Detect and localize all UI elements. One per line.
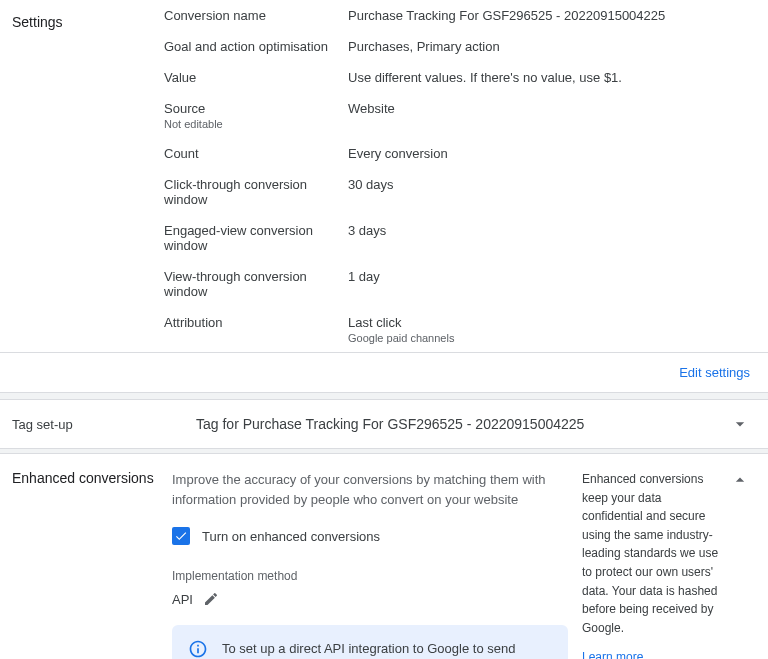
settings-row-subvalue: Google paid channels bbox=[348, 332, 756, 344]
settings-row-value: Every conversion bbox=[348, 146, 756, 161]
settings-row: View-through conversion window1 day bbox=[164, 261, 756, 307]
section-gap bbox=[0, 392, 768, 400]
settings-row: CountEvery conversion bbox=[164, 138, 756, 169]
edit-settings-bar: Edit settings bbox=[0, 353, 768, 392]
info-icon bbox=[188, 639, 208, 659]
settings-row-label: View-through conversion window bbox=[164, 269, 348, 299]
tag-setup-title: Tag for Purchase Tracking For GSF296525 … bbox=[196, 416, 730, 432]
enhanced-side-text: Enhanced conversions keep your data conf… bbox=[582, 470, 750, 637]
implementation-method-label: Implementation method bbox=[172, 569, 568, 583]
implementation-method-value: API bbox=[172, 592, 193, 607]
settings-row: ValueUse different values. If there's no… bbox=[164, 62, 756, 93]
enhanced-description: Improve the accuracy of your conversions… bbox=[172, 470, 568, 509]
settings-rows: Conversion namePurchase Tracking For GSF… bbox=[164, 0, 756, 352]
settings-row-label: Attribution bbox=[164, 315, 348, 344]
settings-row-value: Website bbox=[348, 101, 756, 130]
settings-row-label: Click-through conversion window bbox=[164, 177, 348, 207]
learn-more-link[interactable]: Learn more bbox=[582, 650, 643, 659]
info-box: To set up a direct API integration to Go… bbox=[172, 625, 568, 659]
settings-row-value: 3 days bbox=[348, 223, 756, 253]
settings-row: AttributionLast clickGoogle paid channel… bbox=[164, 307, 756, 352]
settings-row-value: Use different values. If there's no valu… bbox=[348, 70, 756, 85]
enhanced-checkbox-label: Turn on enhanced conversions bbox=[202, 529, 380, 544]
enhanced-checkbox-row: Turn on enhanced conversions bbox=[172, 527, 568, 545]
chevron-up-icon[interactable] bbox=[730, 470, 750, 490]
settings-row-value: 30 days bbox=[348, 177, 756, 207]
settings-row: Click-through conversion window30 days bbox=[164, 169, 756, 215]
settings-row: Goal and action optimisationPurchases, P… bbox=[164, 31, 756, 62]
tag-setup-section[interactable]: Tag set-up Tag for Purchase Tracking For… bbox=[0, 400, 768, 448]
info-text-pre: To set up a direct API integration to Go… bbox=[222, 641, 528, 659]
settings-row-label: Value bbox=[164, 70, 348, 85]
settings-row-label: Conversion name bbox=[164, 8, 348, 23]
settings-row: Conversion namePurchase Tracking For GSF… bbox=[164, 0, 756, 31]
enhanced-conversions-section: Enhanced conversions Improve the accurac… bbox=[0, 454, 768, 659]
chevron-down-icon[interactable] bbox=[730, 414, 750, 434]
settings-row-value: Purchases, Primary action bbox=[348, 39, 756, 54]
enhanced-heading: Enhanced conversions bbox=[12, 470, 172, 659]
settings-heading: Settings bbox=[12, 0, 164, 352]
implementation-method-row: API bbox=[172, 591, 568, 607]
settings-row-sublabel: Not editable bbox=[164, 118, 348, 130]
settings-row-value: 1 day bbox=[348, 269, 756, 299]
settings-row-value: Last clickGoogle paid channels bbox=[348, 315, 756, 344]
checkmark-icon bbox=[174, 529, 188, 543]
info-text: To set up a direct API integration to Go… bbox=[222, 639, 552, 659]
settings-row-value: Purchase Tracking For GSF296525 - 202209… bbox=[348, 8, 756, 23]
settings-section: Settings Conversion namePurchase Trackin… bbox=[0, 0, 768, 352]
tag-setup-heading: Tag set-up bbox=[12, 417, 196, 432]
enhanced-side-panel: Enhanced conversions keep your data conf… bbox=[582, 470, 750, 659]
enhanced-main: Improve the accuracy of your conversions… bbox=[172, 470, 582, 659]
settings-row-label: Goal and action optimisation bbox=[164, 39, 348, 54]
settings-row-label: SourceNot editable bbox=[164, 101, 348, 130]
settings-row: SourceNot editableWebsite bbox=[164, 93, 756, 138]
edit-icon[interactable] bbox=[203, 591, 219, 607]
enhanced-checkbox[interactable] bbox=[172, 527, 190, 545]
edit-settings-link[interactable]: Edit settings bbox=[679, 365, 750, 380]
settings-row-label: Count bbox=[164, 146, 348, 161]
settings-row: Engaged-view conversion window3 days bbox=[164, 215, 756, 261]
settings-row-label: Engaged-view conversion window bbox=[164, 223, 348, 253]
